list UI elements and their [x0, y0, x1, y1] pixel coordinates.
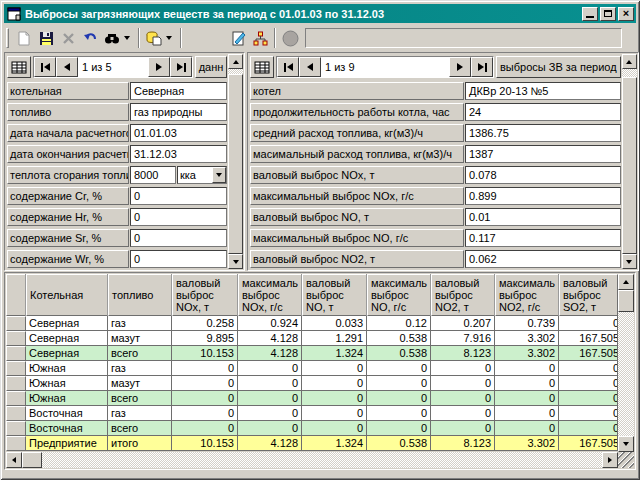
- value-cell[interactable]: 0: [238, 376, 302, 391]
- boiler-field[interactable]: ДКВр 20-13 №5: [465, 82, 621, 100]
- fuel-field[interactable]: газ природны: [130, 103, 227, 121]
- value-cell[interactable]: 0.033: [302, 316, 367, 331]
- value-cell[interactable]: 0: [559, 406, 618, 421]
- grid-vertical-scrollbar[interactable]: [618, 274, 634, 452]
- value-cell[interactable]: 1.324: [302, 436, 367, 451]
- row-indicator[interactable]: [6, 316, 26, 331]
- sr-content-field[interactable]: 0: [130, 229, 227, 247]
- value-cell[interactable]: 7.916: [431, 331, 495, 346]
- table-row-total[interactable]: Предприятие итого 10.153 4.128 1.324 0.5…: [6, 436, 618, 451]
- value-cell[interactable]: 0: [302, 421, 367, 436]
- value-cell[interactable]: 4.128: [238, 436, 302, 451]
- value-cell[interactable]: 0.258: [172, 316, 238, 331]
- table-row[interactable]: Северная мазут 9.895 4.128 1.291 0.538 7…: [6, 331, 618, 346]
- value-cell[interactable]: 0: [431, 376, 495, 391]
- value-cell[interactable]: 0.538: [367, 346, 431, 361]
- boiler-cell[interactable]: Южная: [26, 391, 108, 406]
- find-button[interactable]: [101, 27, 123, 49]
- maximize-button[interactable]: [600, 7, 616, 21]
- first-record-button[interactable]: [277, 57, 299, 77]
- table-row[interactable]: Южная мазут 0 0 0 0 0 0 0: [6, 376, 618, 391]
- row-indicator[interactable]: [6, 331, 26, 346]
- toolbar-textbox[interactable]: [305, 28, 622, 48]
- fuel-cell[interactable]: газ: [108, 361, 172, 376]
- value-cell[interactable]: 1.291: [302, 331, 367, 346]
- value-cell[interactable]: 0: [172, 361, 238, 376]
- value-cell[interactable]: 0: [495, 406, 559, 421]
- scroll-up-button[interactable]: [618, 274, 634, 290]
- column-header[interactable]: Котельная: [26, 274, 108, 316]
- scroll-down-button[interactable]: [228, 254, 243, 269]
- boiler-cell[interactable]: Восточная: [26, 406, 108, 421]
- value-cell[interactable]: 0: [302, 376, 367, 391]
- heat-unit-combo[interactable]: кка: [177, 166, 227, 184]
- find-dropdown-arrow[interactable]: [124, 36, 130, 40]
- value-cell[interactable]: 0: [431, 421, 495, 436]
- next-record-button[interactable]: [449, 57, 471, 77]
- database-button[interactable]: [143, 27, 165, 49]
- value-cell[interactable]: 0.538: [367, 436, 431, 451]
- value-cell[interactable]: 167.505: [559, 346, 618, 361]
- last-record-button[interactable]: [170, 57, 192, 77]
- end-date-field[interactable]: 31.12.03: [130, 145, 227, 163]
- value-cell[interactable]: 0.12: [367, 316, 431, 331]
- value-cell[interactable]: 0: [431, 361, 495, 376]
- value-cell[interactable]: 0: [559, 391, 618, 406]
- new-button[interactable]: [13, 27, 35, 49]
- value-cell[interactable]: 0: [238, 421, 302, 436]
- fuel-cell[interactable]: мазут: [108, 331, 172, 346]
- grid-view-button[interactable]: [7, 56, 31, 78]
- boiler-cell[interactable]: Южная: [26, 361, 108, 376]
- delete-button[interactable]: [57, 27, 79, 49]
- value-cell[interactable]: 0.739: [495, 316, 559, 331]
- column-header[interactable]: валовый выброс NOx, т: [172, 274, 238, 316]
- last-record-button[interactable]: [471, 57, 493, 77]
- value-cell[interactable]: 0: [238, 406, 302, 421]
- row-indicator[interactable]: [6, 421, 26, 436]
- value-cell[interactable]: 0: [559, 421, 618, 436]
- value-cell[interactable]: 0: [367, 391, 431, 406]
- gross-no-field[interactable]: 0.01: [465, 208, 621, 226]
- table-row[interactable]: Северная газ 0.258 0.924 0.033 0.12 0.20…: [6, 316, 618, 331]
- grid-horizontal-scrollbar[interactable]: [6, 452, 618, 468]
- value-cell[interactable]: 0: [495, 376, 559, 391]
- left-panel-scrollbar[interactable]: [228, 54, 243, 269]
- value-cell[interactable]: 0: [302, 406, 367, 421]
- scroll-thumb[interactable]: [618, 290, 634, 312]
- boiler-house-field[interactable]: Северная: [130, 82, 227, 100]
- work-hours-field[interactable]: 24: [465, 103, 621, 121]
- value-cell[interactable]: 1.324: [302, 346, 367, 361]
- scroll-right-button[interactable]: [602, 452, 618, 468]
- value-cell[interactable]: 0: [238, 391, 302, 406]
- value-cell[interactable]: 8.123: [431, 346, 495, 361]
- value-cell[interactable]: 10.153: [172, 346, 238, 361]
- column-header[interactable]: валовый выброс SO2, т: [559, 274, 618, 316]
- column-header[interactable]: максималь выброс NO2, г/с: [495, 274, 559, 316]
- max-no-field[interactable]: 0.117: [465, 229, 621, 247]
- start-date-field[interactable]: 01.01.03: [130, 124, 227, 142]
- value-cell[interactable]: 0: [431, 406, 495, 421]
- value-cell[interactable]: 0: [302, 361, 367, 376]
- prev-record-button[interactable]: [56, 57, 78, 77]
- scroll-up-button[interactable]: [228, 54, 243, 69]
- table-row-subtotal[interactable]: Восточная всего 0 0 0 0 0 0 0: [6, 421, 618, 436]
- value-cell[interactable]: 0.924: [238, 316, 302, 331]
- boiler-cell[interactable]: Северная: [26, 331, 108, 346]
- scroll-down-button[interactable]: [622, 254, 637, 269]
- hr-content-field[interactable]: 0: [130, 208, 227, 226]
- table-row-subtotal[interactable]: Северная всего 10.153 4.128 1.324 0.538 …: [6, 346, 618, 361]
- save-button[interactable]: [35, 27, 57, 49]
- table-row[interactable]: Южная газ 0 0 0 0 0 0 0: [6, 361, 618, 376]
- prev-record-button[interactable]: [299, 57, 321, 77]
- value-cell[interactable]: 0: [367, 376, 431, 391]
- value-cell[interactable]: 0: [431, 391, 495, 406]
- fuel-cell[interactable]: итого: [108, 436, 172, 451]
- value-cell[interactable]: 8.123: [431, 436, 495, 451]
- resize-grip[interactable]: [618, 452, 634, 468]
- boiler-cell[interactable]: Северная: [26, 316, 108, 331]
- max-fuel-rate-field[interactable]: 1387: [465, 145, 621, 163]
- value-cell[interactable]: 0: [302, 391, 367, 406]
- scroll-thumb[interactable]: [622, 77, 637, 254]
- boiler-cell[interactable]: Южная: [26, 376, 108, 391]
- fuel-cell[interactable]: газ: [108, 316, 172, 331]
